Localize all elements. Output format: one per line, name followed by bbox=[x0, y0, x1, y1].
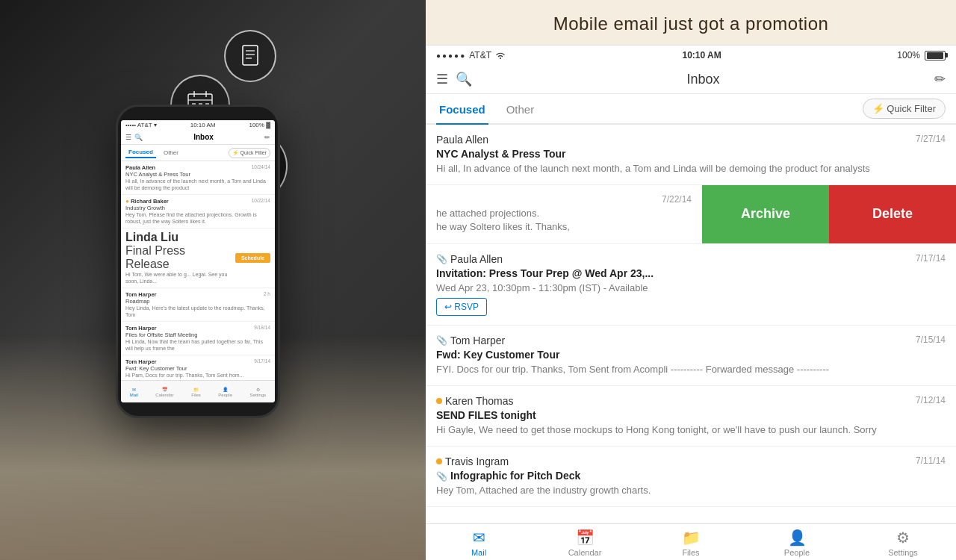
email-item-5[interactable]: Karen Thomas 7/12/14 SEND FILES tonight … bbox=[426, 386, 956, 447]
status-right: 100% bbox=[897, 50, 946, 60]
email-preview-4: FYI. Docs for our trip. Thanks, Tom Sent… bbox=[436, 363, 946, 376]
phone-email-subject-5: Fwd: Key Customer Tour bbox=[125, 365, 270, 372]
phone-email-sender-4: Tom Harper bbox=[125, 325, 270, 332]
email-item-3[interactable]: 📎 Paula Allen 7/17/14 Invitation: Press … bbox=[426, 244, 956, 326]
quick-filter-button[interactable]: ⚡ Quick Filter bbox=[863, 99, 946, 119]
status-left: ●●●●● AT&T bbox=[436, 50, 506, 60]
email-sender-4: Tom Harper bbox=[450, 335, 505, 346]
calendar-nav-icon: 📅 bbox=[576, 529, 595, 547]
phone-schedule-preview: Hi Tom, We were able to g... Legal. See … bbox=[125, 271, 232, 284]
email-subject-3: Invitation: Press Tour Prep @ Wed Apr 23… bbox=[436, 267, 946, 279]
mail-nav-icon: ✉ bbox=[473, 529, 485, 547]
wifi-icon bbox=[494, 51, 506, 60]
tab-other[interactable]: Other bbox=[503, 94, 538, 123]
phone-nav-calendar[interactable]: 📅Calendar bbox=[155, 387, 173, 397]
nav-mail[interactable]: ✉ Mail bbox=[426, 529, 532, 557]
tabs-row: Focused Other ⚡ Quick Filter bbox=[426, 94, 956, 125]
phone-nav-mail[interactable]: ✉Mail bbox=[130, 387, 138, 397]
right-phone-ui: ●●●●● AT&T 10:10 AM 100% ☰ 🔍 In bbox=[426, 45, 956, 560]
nav-people[interactable]: 👤 People bbox=[744, 529, 850, 557]
email-sender-5: Karen Thomas bbox=[445, 395, 514, 407]
phone-nav-settings[interactable]: ⚙Settings bbox=[250, 387, 267, 397]
phone-bottom-nav: ✉Mail 📅Calendar 📁Files 👤People ⚙Settings bbox=[121, 380, 275, 402]
inbox-title: Inbox bbox=[479, 72, 927, 87]
phone-tab-focused: Focused bbox=[125, 147, 156, 158]
email-date-6: 7/11/14 bbox=[916, 455, 946, 467]
phone-time: 10:10 AM bbox=[190, 122, 216, 128]
nav-people-label: People bbox=[784, 548, 810, 557]
phone-email-preview-4: Hi Linda, Now that the team has pulled t… bbox=[125, 338, 270, 352]
battery-percent: 100% bbox=[897, 50, 920, 60]
phone-schedule-button[interactable]: Schedule bbox=[235, 253, 270, 263]
phone-email-sender-5: Tom Harper bbox=[125, 358, 270, 365]
email-subject-4: Fwd: Key Customer Tour bbox=[436, 349, 946, 361]
email-date-2: 7/22/14 bbox=[662, 194, 692, 205]
delete-action[interactable]: Delete bbox=[829, 185, 956, 243]
carrier-name: AT&T bbox=[469, 50, 491, 60]
email-date-5: 7/12/14 bbox=[916, 395, 946, 407]
phone-nav-files[interactable]: 📁Files bbox=[191, 387, 201, 397]
email-subject-5: SEND FILES tonight bbox=[436, 409, 946, 421]
nav-settings-label: Settings bbox=[888, 548, 918, 557]
email-header-2: 7/22/14 bbox=[436, 194, 692, 205]
paperclip-icon-6: 📎 bbox=[436, 471, 447, 482]
email-item-2[interactable]: 7/22/14 he attached projections.he way S… bbox=[426, 185, 702, 243]
phone-quick-filter: ⚡ Quick Filter bbox=[229, 148, 270, 158]
email-sender-row-6: Travis Ingram bbox=[436, 455, 509, 467]
phone-email-sender-1: Paula Allen bbox=[125, 164, 270, 171]
phone-tabs: Focused Other ⚡ Quick Filter bbox=[121, 145, 275, 161]
right-panel: Mobile email just got a promotion ●●●●● … bbox=[426, 0, 956, 560]
compose-icon[interactable]: ✏ bbox=[934, 71, 946, 87]
email-date-1: 7/27/14 bbox=[916, 134, 946, 146]
phone-email-item-3: 2 h Tom Harper Roadmap Hey Linda, Here's… bbox=[121, 288, 275, 322]
phone-schedule-subject: Final Press Release bbox=[125, 244, 232, 271]
nav-settings[interactable]: ⚙ Settings bbox=[850, 529, 956, 557]
unread-dot-5 bbox=[436, 398, 442, 404]
people-nav-icon: 👤 bbox=[788, 529, 807, 547]
nav-files[interactable]: 📁 Files bbox=[638, 529, 744, 557]
phone-email-subject-2: Industry Growth bbox=[125, 205, 270, 211]
doc-circle-icon bbox=[224, 30, 276, 82]
status-bar: ●●●●● AT&T 10:10 AM 100% bbox=[426, 46, 956, 65]
phone-inbox-title: Inbox bbox=[143, 133, 264, 141]
phone-schedule-email: Linda Liu Final Press Release Hi Tom, We… bbox=[125, 231, 232, 284]
email-item-4[interactable]: 📎 Tom Harper 7/15/14 Fwd: Key Customer T… bbox=[426, 326, 956, 386]
email-item-1[interactable]: Paula Allen 7/27/14 NYC Analyst & Press … bbox=[426, 125, 956, 185]
phone-email-subject-1: NYC Analyst & Press Tour bbox=[125, 171, 270, 178]
phone-email-preview-5: Hi Pam, Docs for our trip. Thanks, Tom S… bbox=[125, 372, 270, 379]
phone-schedule-sender: Linda Liu bbox=[125, 231, 232, 244]
app-header: ☰ 🔍 Inbox ✏ bbox=[426, 65, 956, 94]
phone-email-sender-2: ● Richard Baker bbox=[125, 198, 270, 205]
phone-status-bar: ••••• AT&T ▾ 10:10 AM 100% ▓ bbox=[121, 120, 275, 130]
nav-calendar-label: Calendar bbox=[568, 548, 602, 557]
rsvp-button[interactable]: ↩ RSVP bbox=[436, 298, 487, 316]
paperclip-icon-4: 📎 bbox=[436, 335, 447, 346]
email-header-6: Travis Ingram 7/11/14 bbox=[436, 455, 946, 467]
email-swipe-1: Paula Allen 7/27/14 NYC Analyst & Press … bbox=[426, 125, 956, 185]
phone-nav-people[interactable]: 👤People bbox=[218, 387, 232, 397]
phone-schedule-row: Linda Liu Final Press Release Hi Tom, We… bbox=[121, 228, 275, 287]
battery-icon bbox=[925, 51, 946, 60]
phone-tab-other: Other bbox=[161, 148, 181, 158]
phone-screen: ••••• AT&T ▾ 10:10 AM 100% ▓ ☰ 🔍 Inbox ✏… bbox=[121, 120, 275, 402]
unread-dot-6 bbox=[436, 458, 442, 464]
email-header-5: Karen Thomas 7/12/14 bbox=[436, 395, 946, 407]
search-icon[interactable]: 🔍 bbox=[456, 71, 472, 87]
phone-carrier: ••••• AT&T ▾ bbox=[125, 122, 157, 128]
email-preview-2: he attached projections.he way Soltero l… bbox=[436, 207, 692, 234]
hamburger-icon[interactable]: ☰ bbox=[436, 71, 448, 87]
email-preview-6: Hey Tom, Attached are the industry growt… bbox=[436, 484, 946, 497]
phone-email-item: 10/24/14 Paula Allen NYC Analyst & Press… bbox=[121, 161, 275, 195]
archive-action[interactable]: Archive bbox=[702, 185, 829, 243]
phone-battery: 100% ▓ bbox=[249, 122, 270, 128]
svg-rect-0 bbox=[243, 46, 258, 65]
tab-focused[interactable]: Focused bbox=[436, 94, 488, 123]
email-item-6[interactable]: Travis Ingram 7/11/14 📎Infographic for P… bbox=[426, 447, 956, 507]
phone-email-item-2: 10/22/14 ● Richard Baker Industry Growth… bbox=[121, 195, 275, 228]
swipe-actions: Archive Delete bbox=[702, 185, 956, 243]
settings-nav-icon: ⚙ bbox=[896, 529, 910, 547]
nav-calendar[interactable]: 📅 Calendar bbox=[532, 529, 638, 557]
email-header-1: Paula Allen 7/27/14 bbox=[436, 134, 946, 146]
email-preview-1: Hi all, In advance of the launch next mo… bbox=[436, 162, 946, 175]
phone-email-preview-2: Hey Tom. Please find the attached projec… bbox=[125, 211, 270, 225]
